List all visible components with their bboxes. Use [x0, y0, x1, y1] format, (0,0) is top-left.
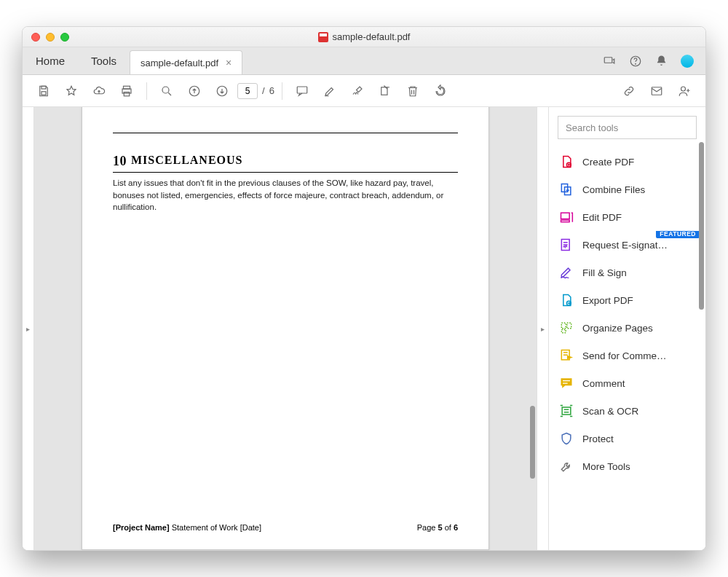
sign-tool-button[interactable] — [345, 79, 370, 103]
tool-icon — [559, 154, 574, 169]
save-button[interactable] — [31, 79, 56, 103]
window-title-text: sample-default.pdf — [333, 31, 411, 42]
left-panel-toggle[interactable]: ▸ — [23, 107, 34, 550]
tool-item-organize-pages[interactable]: Organize Pages — [552, 314, 703, 342]
tools-search-placeholder: Search tools — [566, 122, 618, 133]
tab-close-icon[interactable]: × — [226, 57, 232, 68]
svg-rect-19 — [561, 220, 570, 222]
tool-icon — [559, 321, 574, 335]
tool-label: Create PDF — [582, 157, 634, 168]
tool-icon — [559, 265, 574, 280]
featured-badge: FEATURED — [656, 231, 700, 238]
link-share-button[interactable] — [617, 79, 641, 103]
toolbar: / 6 — [23, 75, 705, 107]
tool-label: Comment — [582, 378, 625, 389]
tool-icon — [559, 293, 574, 307]
tab-tools[interactable]: Tools — [78, 47, 130, 74]
section-body: List any issues that don't fit in the pr… — [113, 177, 458, 213]
section-header: 10 MISCELLANEOUS — [113, 154, 458, 173]
tool-item-send-for-comme[interactable]: Send for Comme… — [552, 342, 703, 369]
svg-rect-3 — [41, 86, 46, 89]
delete-tool-button[interactable] — [400, 79, 425, 103]
tools-list: Create PDFCombine FilesEdit PDFRequest E… — [549, 148, 705, 550]
svg-rect-11 — [297, 87, 307, 93]
tab-home[interactable]: Home — [23, 47, 78, 74]
star-button[interactable] — [59, 79, 84, 103]
tool-item-export-pdf[interactable]: Export PDF — [552, 286, 703, 314]
tool-label: Export PDF — [582, 295, 633, 306]
svg-rect-22 — [561, 323, 566, 329]
right-panel-toggle[interactable]: ▸ — [537, 107, 548, 550]
tool-icon — [559, 459, 574, 474]
rotate-tool-button[interactable] — [428, 79, 453, 103]
document-page: 10 MISCELLANEOUS List any issues that do… — [82, 107, 489, 550]
document-viewport[interactable]: 10 MISCELLANEOUS List any issues that do… — [34, 107, 537, 550]
add-person-button[interactable] — [672, 79, 697, 103]
tool-item-fill-sign[interactable]: Fill & Sign — [552, 259, 703, 286]
svg-rect-18 — [561, 213, 570, 219]
footer-right: Page 5 of 6 — [417, 523, 458, 532]
tool-label: Request E-signat… — [582, 240, 668, 251]
tool-icon — [559, 348, 574, 363]
zoom-button[interactable] — [154, 79, 179, 103]
document-scrollbar[interactable] — [530, 406, 535, 479]
content-row: ▸ 10 MISCELLANEOUS List any issues that … — [23, 107, 705, 550]
tool-label: Scan & OCR — [582, 406, 638, 417]
tool-label: Send for Comme… — [582, 350, 667, 361]
tool-label: Protect — [582, 433, 614, 444]
pdf-file-icon — [318, 32, 328, 42]
section-number: 10 — [113, 154, 127, 169]
tool-item-combine-files[interactable]: Combine Files — [552, 176, 703, 203]
help-icon[interactable] — [629, 55, 642, 68]
svg-rect-26 — [562, 407, 571, 415]
cloud-upload-button[interactable] — [87, 79, 111, 103]
svg-rect-23 — [567, 323, 571, 329]
tool-item-more-tools[interactable]: More Tools — [552, 452, 703, 480]
svg-rect-13 — [652, 87, 662, 95]
tool-item-comment[interactable]: Comment — [552, 369, 703, 397]
svg-rect-7 — [124, 92, 130, 95]
tool-item-create-pdf[interactable]: Create PDF — [552, 148, 703, 176]
tool-label: More Tools — [582, 461, 630, 472]
user-avatar-icon[interactable] — [681, 55, 694, 68]
tools-panel-scrollbar[interactable] — [699, 142, 704, 310]
page-number-input[interactable] — [237, 83, 258, 99]
svg-point-2 — [636, 63, 636, 64]
tool-label: Combine Files — [582, 184, 645, 195]
page-footer: [Project Name] Statement of Work [Date] … — [113, 514, 458, 532]
tool-label: Organize Pages — [582, 323, 653, 334]
tab-active-document[interactable]: sample-default.pdf × — [130, 50, 242, 74]
email-button[interactable] — [644, 79, 669, 103]
highlight-tool-button[interactable] — [317, 79, 342, 103]
tools-panel: Search tools Create PDFCombine FilesEdit… — [548, 107, 705, 550]
section-title: MISCELLANEOUS — [131, 154, 242, 169]
tool-icon — [559, 376, 574, 390]
svg-point-8 — [162, 87, 169, 93]
svg-point-14 — [681, 87, 686, 91]
svg-rect-24 — [561, 330, 566, 333]
tool-icon — [559, 210, 574, 224]
tab-right-icons — [591, 47, 705, 74]
tools-search-input[interactable]: Search tools — [558, 116, 697, 139]
next-page-button[interactable] — [210, 79, 234, 103]
tool-icon — [559, 182, 574, 197]
tool-label: Fill & Sign — [582, 267, 627, 278]
page-top-rule — [113, 133, 458, 133]
comment-tool-button[interactable] — [290, 79, 314, 103]
tool-icon — [559, 404, 574, 418]
tool-icon — [559, 238, 574, 252]
prev-page-button[interactable] — [182, 79, 207, 103]
tool-label: Edit PDF — [582, 212, 622, 223]
page-indicator: / 6 — [237, 83, 274, 99]
crop-tool-button[interactable] — [373, 79, 397, 103]
page-sep: / — [262, 85, 265, 96]
print-button[interactable] — [114, 79, 139, 103]
tool-item-scan-ocr[interactable]: Scan & OCR — [552, 397, 703, 425]
share-device-icon[interactable] — [603, 55, 616, 68]
tool-item-request-e-signat[interactable]: Request E-signat…FEATURED — [552, 231, 703, 259]
tool-item-edit-pdf[interactable]: Edit PDF — [552, 203, 703, 231]
app-window: sample-default.pdf Home Tools sample-def… — [22, 26, 706, 551]
tool-item-protect[interactable]: Protect — [552, 425, 703, 452]
notifications-icon[interactable] — [655, 55, 668, 67]
svg-rect-4 — [41, 91, 46, 95]
